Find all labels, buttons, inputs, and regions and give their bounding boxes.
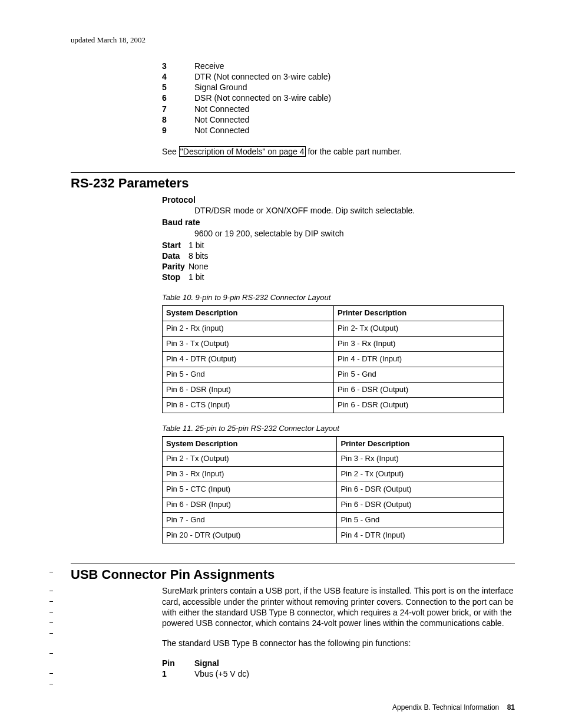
pin-row: 7Not Connected: [162, 104, 515, 114]
table-cell: Pin 3 - Rx (Input): [337, 452, 504, 467]
table10-caption: Table 10. 9-pin to 9-pin RS-232 Connecto…: [162, 293, 515, 303]
table-cell: Pin 5 - Gnd: [334, 367, 504, 382]
table-cell: Pin 2 - Rx (input): [163, 321, 334, 337]
table10-h1: System Description: [163, 306, 334, 321]
pin-signal: DTR (Not connected on 3-wire cable): [194, 71, 330, 82]
protocol-label: Protocol: [162, 195, 515, 205]
pin-row: 8Not Connected: [162, 114, 515, 125]
see-note-prefix: See: [162, 147, 179, 156]
pin-signal: Not Connected: [194, 114, 249, 125]
usb-heading: USB Connector Pin Assignments: [71, 566, 515, 584]
rs232-heading: RS-232 Parameters: [71, 175, 515, 192]
table-cell: Pin 3 - Tx (Output): [163, 337, 334, 352]
start-value: 1 bit: [189, 240, 204, 251]
usb-pin-header: Pin Signal 1 Vbus (+5 V dc): [162, 658, 515, 679]
pin-row: 5Signal Ground: [162, 82, 515, 93]
section-rule-usb: [71, 564, 515, 564]
parity-value: None: [189, 261, 208, 272]
table-row: Pin 7 - GndPin 5 - Gnd: [163, 512, 504, 528]
table-cell: Pin 2 - Tx (Output): [337, 467, 504, 482]
table-cell: Pin 2 - Tx (Output): [163, 452, 337, 467]
protocol-value: DTR/DSR mode or XON/XOFF mode. Dip switc…: [194, 205, 515, 216]
table-row: Pin 20 - DTR (Output)Pin 4 - DTR (Input): [163, 528, 504, 543]
table-row: Pin 6 - DSR (Input)Pin 6 - DSR (Output): [163, 498, 504, 513]
usb-paragraph-2: The standard USB Type B connector has th…: [162, 638, 515, 648]
parity-label: Parity: [162, 261, 189, 272]
rs232-params: Protocol DTR/DSR mode or XON/XOFF mode. …: [162, 195, 515, 543]
pin-number: 4: [162, 71, 194, 82]
stop-label: Stop: [162, 272, 189, 282]
table-cell: Pin 7 - Gnd: [163, 512, 337, 528]
table10: System Description Printer Description P…: [162, 305, 504, 413]
table-row: Pin 8 - CTS (Input)Pin 6 - DSR (Output): [163, 397, 504, 413]
pin-number: 9: [162, 125, 194, 136]
table-row: Pin 3 - Tx (Output)Pin 3 - Rx (Input): [163, 337, 504, 352]
footer-page-number: 81: [507, 703, 515, 711]
pin-number: 6: [162, 93, 194, 103]
data-value: 8 bits: [189, 251, 208, 261]
usb-pin-1-s: Vbus (+5 V dc): [194, 668, 249, 679]
table-row: Pin 2 - Tx (Output)Pin 3 - Rx (Input): [163, 452, 504, 467]
pin-signal: DSR (Not connected on 3-wire cable): [194, 93, 331, 103]
table-cell: Pin 8 - CTS (Input): [163, 397, 334, 413]
table-row: Pin 4 - DTR (Output)Pin 4 - DTR (Input): [163, 352, 504, 367]
see-note-suffix: for the cable part number.: [306, 147, 402, 156]
table-cell: Pin 5 - Gnd: [337, 512, 504, 528]
pin-number: 8: [162, 114, 194, 125]
table-cell: Pin 6 - DSR (Input): [163, 498, 337, 513]
usb-pin-1-n: 1: [162, 668, 194, 679]
pin-number: 5: [162, 82, 194, 93]
table-row: Pin 2 - Rx (input)Pin 2- Tx (Output): [163, 321, 504, 337]
table11: System Description Printer Description P…: [162, 436, 504, 543]
table11-h2: Printer Description: [337, 436, 504, 452]
footer-appendix: Appendix B. Technical Information: [392, 703, 499, 711]
see-note-link[interactable]: "Description of Models" on page 4: [179, 146, 306, 157]
baud-value: 9600 or 19 200, selectable by DIP switch: [194, 228, 515, 239]
pin-number: 3: [162, 61, 194, 71]
table-cell: Pin 20 - DTR (Output): [163, 528, 337, 543]
table-cell: Pin 6 - DSR (Output): [337, 498, 504, 513]
table-cell: Pin 6 - DSR (Output): [334, 382, 504, 397]
table-cell: Pin 4 - DTR (Input): [337, 528, 504, 543]
table11-h1: System Description: [163, 436, 337, 452]
table-row: Pin 3 - Rx (Input)Pin 2 - Tx (Output): [163, 467, 504, 482]
pin-signal: Not Connected: [194, 125, 249, 136]
baud-label: Baud rate: [162, 217, 515, 228]
page-footer: Appendix B. Technical Information 81: [71, 703, 515, 713]
usb-section: USB Connector Pin Assignments SureMark p…: [71, 564, 515, 680]
table-cell: Pin 2- Tx (Output): [334, 321, 504, 337]
stop-value: 1 bit: [189, 272, 204, 282]
pin-row: 3Receive: [162, 61, 515, 71]
table-cell: Pin 6 - DSR (Output): [334, 397, 504, 413]
update-date: updated March 18, 2002: [71, 35, 515, 45]
usb-paragraph-1: SureMark printers contain a USB port, if…: [162, 585, 515, 628]
table-row: Pin 5 - CTC (Input)Pin 6 - DSR (Output): [163, 482, 504, 498]
table-cell: Pin 5 - Gnd: [163, 367, 334, 382]
table-cell: Pin 5 - CTC (Input): [163, 482, 337, 498]
pin-signal: Not Connected: [194, 104, 249, 114]
table11-caption: Table 11. 25-pin to 25-pin RS-232 Connec…: [162, 424, 515, 434]
start-label: Start: [162, 240, 189, 251]
table-cell: Pin 6 - DSR (Output): [337, 482, 504, 498]
table-cell: Pin 3 - Rx (Input): [163, 467, 337, 482]
pin-number: 7: [162, 104, 194, 114]
usb-sig-col-h: Signal: [194, 658, 219, 668]
table-cell: Pin 4 - DTR (Output): [163, 352, 334, 367]
see-note: See "Description of Models" on page 4 fo…: [162, 146, 515, 157]
pin-list-top: 3Receive4DTR (Not connected on 3-wire ca…: [162, 61, 515, 136]
usb-pin-col-h: Pin: [162, 658, 194, 668]
table-cell: Pin 3 - Rx (Input): [334, 337, 504, 352]
pin-row: 4DTR (Not connected on 3-wire cable): [162, 71, 515, 82]
table-cell: Pin 4 - DTR (Input): [334, 352, 504, 367]
pin-signal: Signal Ground: [194, 82, 247, 93]
pin-signal: Receive: [194, 61, 224, 71]
table-row: Pin 5 - GndPin 5 - Gnd: [163, 367, 504, 382]
table-cell: Pin 6 - DSR (Input): [163, 382, 334, 397]
data-label: Data: [162, 251, 189, 261]
pin-row: 9Not Connected: [162, 125, 515, 136]
table-row: Pin 6 - DSR (Input)Pin 6 - DSR (Output): [163, 382, 504, 397]
pin-row: 6DSR (Not connected on 3-wire cable): [162, 93, 515, 103]
section-rule: [71, 172, 515, 173]
table10-h2: Printer Description: [334, 306, 504, 321]
